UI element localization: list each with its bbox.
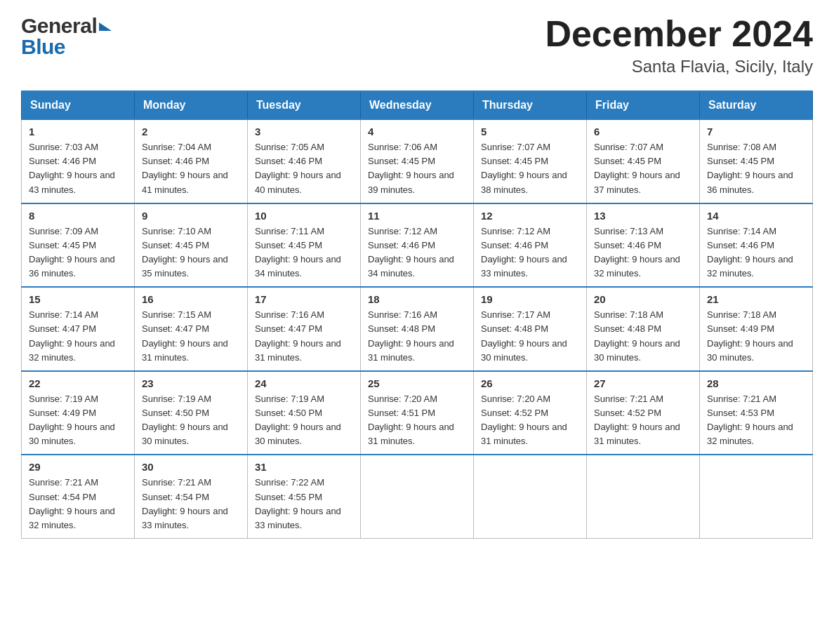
day-info: Sunrise: 7:22 AM Sunset: 4:55 PM Dayligh… (255, 476, 353, 532)
day-info: Sunrise: 7:15 AM Sunset: 4:47 PM Dayligh… (142, 308, 240, 365)
sunset-label: Sunset: 4:52 PM (594, 408, 661, 418)
daylight-label: Daylight: 9 hours and 30 minutes. (481, 338, 567, 363)
table-row: 22 Sunrise: 7:19 AM Sunset: 4:49 PM Dayl… (22, 371, 135, 455)
sunrise-label: Sunrise: 7:10 AM (142, 226, 211, 236)
day-number: 31 (255, 461, 353, 473)
daylight-label: Daylight: 9 hours and 31 minutes. (368, 422, 454, 446)
sunset-label: Sunset: 4:51 PM (368, 408, 435, 418)
daylight-label: Daylight: 9 hours and 31 minutes. (255, 338, 341, 363)
sunset-label: Sunset: 4:45 PM (255, 240, 322, 250)
table-row: 8 Sunrise: 7:09 AM Sunset: 4:45 PM Dayli… (22, 203, 135, 288)
day-number: 27 (594, 377, 692, 389)
daylight-label: Daylight: 9 hours and 43 minutes. (29, 170, 115, 194)
page-header: General Blue December 2024 Santa Flavia,… (21, 14, 813, 76)
day-info: Sunrise: 7:17 AM Sunset: 4:48 PM Dayligh… (481, 308, 579, 365)
table-row: 4 Sunrise: 7:06 AM Sunset: 4:45 PM Dayli… (361, 119, 474, 203)
day-info: Sunrise: 7:12 AM Sunset: 4:46 PM Dayligh… (368, 224, 466, 281)
col-thursday: Thursday (474, 91, 587, 119)
sunrise-label: Sunrise: 7:09 AM (29, 226, 98, 236)
daylight-label: Daylight: 9 hours and 30 minutes. (707, 338, 793, 363)
daylight-label: Daylight: 9 hours and 36 minutes. (29, 254, 115, 279)
day-number: 6 (594, 126, 692, 137)
sunrise-label: Sunrise: 7:03 AM (29, 142, 98, 152)
day-number: 29 (29, 461, 127, 473)
day-number: 21 (707, 293, 805, 305)
sunrise-label: Sunrise: 7:05 AM (255, 142, 324, 152)
daylight-label: Daylight: 9 hours and 36 minutes. (707, 170, 793, 194)
day-info: Sunrise: 7:05 AM Sunset: 4:46 PM Dayligh… (255, 140, 353, 197)
calendar-subtitle: Santa Flavia, Sicily, Italy (545, 57, 813, 76)
table-row: 13 Sunrise: 7:13 AM Sunset: 4:46 PM Dayl… (587, 203, 700, 288)
sunset-label: Sunset: 4:48 PM (481, 323, 548, 334)
day-number: 8 (29, 210, 127, 222)
day-number: 9 (142, 210, 240, 222)
day-number: 11 (368, 210, 466, 222)
sunset-label: Sunset: 4:48 PM (368, 323, 435, 334)
sunset-label: Sunset: 4:45 PM (368, 156, 435, 166)
day-number: 16 (142, 293, 240, 305)
daylight-label: Daylight: 9 hours and 39 minutes. (368, 170, 454, 194)
daylight-label: Daylight: 9 hours and 30 minutes. (594, 338, 680, 363)
logo-triangle-icon (99, 22, 112, 31)
daylight-label: Daylight: 9 hours and 31 minutes. (368, 338, 454, 363)
table-row: 24 Sunrise: 7:19 AM Sunset: 4:50 PM Dayl… (248, 371, 361, 455)
table-row: 21 Sunrise: 7:18 AM Sunset: 4:49 PM Dayl… (700, 287, 813, 371)
title-block: December 2024 Santa Flavia, Sicily, Ital… (545, 14, 813, 76)
daylight-label: Daylight: 9 hours and 41 minutes. (142, 170, 228, 194)
day-number: 13 (594, 210, 692, 222)
table-row: 17 Sunrise: 7:16 AM Sunset: 4:47 PM Dayl… (248, 287, 361, 371)
day-info: Sunrise: 7:14 AM Sunset: 4:47 PM Dayligh… (29, 308, 127, 365)
sunrise-label: Sunrise: 7:15 AM (142, 309, 211, 320)
sunset-label: Sunset: 4:46 PM (707, 240, 774, 250)
logo-general-text: General (21, 14, 97, 38)
sunrise-label: Sunrise: 7:12 AM (368, 226, 437, 236)
sunset-label: Sunset: 4:49 PM (707, 323, 774, 334)
table-row (474, 455, 587, 538)
table-row: 19 Sunrise: 7:17 AM Sunset: 4:48 PM Dayl… (474, 287, 587, 371)
daylight-label: Daylight: 9 hours and 30 minutes. (255, 422, 341, 446)
col-saturday: Saturday (700, 91, 813, 119)
day-number: 12 (481, 210, 579, 222)
table-row (700, 455, 813, 538)
day-number: 10 (255, 210, 353, 222)
sunrise-label: Sunrise: 7:13 AM (594, 226, 663, 236)
table-row: 18 Sunrise: 7:16 AM Sunset: 4:48 PM Dayl… (361, 287, 474, 371)
sunrise-label: Sunrise: 7:19 AM (29, 394, 98, 404)
sunrise-label: Sunrise: 7:21 AM (594, 394, 663, 404)
table-row: 16 Sunrise: 7:15 AM Sunset: 4:47 PM Dayl… (135, 287, 248, 371)
calendar-week-row: 1 Sunrise: 7:03 AM Sunset: 4:46 PM Dayli… (22, 119, 813, 203)
table-row: 26 Sunrise: 7:20 AM Sunset: 4:52 PM Dayl… (474, 371, 587, 455)
day-number: 1 (29, 126, 127, 137)
sunset-label: Sunset: 4:52 PM (481, 408, 548, 418)
day-number: 25 (368, 377, 466, 389)
sunrise-label: Sunrise: 7:21 AM (142, 477, 211, 488)
table-row: 2 Sunrise: 7:04 AM Sunset: 4:46 PM Dayli… (135, 119, 248, 203)
daylight-label: Daylight: 9 hours and 30 minutes. (29, 422, 115, 446)
day-info: Sunrise: 7:13 AM Sunset: 4:46 PM Dayligh… (594, 224, 692, 281)
day-number: 28 (707, 377, 805, 389)
daylight-label: Daylight: 9 hours and 40 minutes. (255, 170, 341, 194)
table-row: 30 Sunrise: 7:21 AM Sunset: 4:54 PM Dayl… (135, 455, 248, 538)
table-row: 6 Sunrise: 7:07 AM Sunset: 4:45 PM Dayli… (587, 119, 700, 203)
col-monday: Monday (135, 91, 248, 119)
sunset-label: Sunset: 4:46 PM (481, 240, 548, 250)
logo: General Blue (21, 14, 112, 59)
sunset-label: Sunset: 4:45 PM (481, 156, 548, 166)
daylight-label: Daylight: 9 hours and 38 minutes. (481, 170, 567, 194)
sunset-label: Sunset: 4:55 PM (255, 492, 322, 502)
sunrise-label: Sunrise: 7:11 AM (255, 226, 324, 236)
day-info: Sunrise: 7:06 AM Sunset: 4:45 PM Dayligh… (368, 140, 466, 197)
daylight-label: Daylight: 9 hours and 32 minutes. (594, 254, 680, 279)
day-info: Sunrise: 7:21 AM Sunset: 4:53 PM Dayligh… (707, 392, 805, 449)
sunrise-label: Sunrise: 7:21 AM (29, 477, 98, 488)
sunset-label: Sunset: 4:46 PM (368, 240, 435, 250)
table-row: 7 Sunrise: 7:08 AM Sunset: 4:45 PM Dayli… (700, 119, 813, 203)
sunrise-label: Sunrise: 7:20 AM (481, 394, 550, 404)
sunset-label: Sunset: 4:45 PM (29, 240, 96, 250)
day-info: Sunrise: 7:18 AM Sunset: 4:49 PM Dayligh… (707, 308, 805, 365)
daylight-label: Daylight: 9 hours and 31 minutes. (594, 422, 680, 446)
calendar-week-row: 15 Sunrise: 7:14 AM Sunset: 4:47 PM Dayl… (22, 287, 813, 371)
sunrise-label: Sunrise: 7:12 AM (481, 226, 550, 236)
daylight-label: Daylight: 9 hours and 33 minutes. (481, 254, 567, 279)
day-info: Sunrise: 7:08 AM Sunset: 4:45 PM Dayligh… (707, 140, 805, 197)
